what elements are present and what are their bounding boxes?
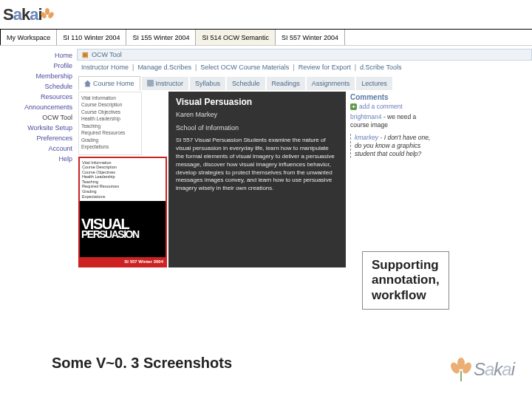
tool-subnav: Instructor Home| Manage d.Scribes| Selec… [77,61,532,74]
li-vital[interactable]: Vital Information [81,95,139,101]
annotation-callout: Supporting annotation, workflow [362,251,449,310]
li-grade[interactable]: Grading [81,137,139,143]
subnav-review-export[interactable]: Review for Export [299,64,351,71]
comment-user[interactable]: kmarkey [355,134,378,141]
tab-si-110[interactable]: SI 110 Winter 2004 [57,30,126,45]
footer-logo: Sakai [451,358,514,381]
nav-profile[interactable]: Profile [0,61,72,71]
comments-heading: Comments [350,93,433,101]
nav-resources[interactable]: Resources [0,92,72,102]
add-comment-link[interactable]: + add a comment [350,103,433,110]
tab-si-155[interactable]: SI 155 Winter 2004 [126,30,196,45]
nav-membership[interactable]: Membership [0,71,72,81]
cover-list: Vital Information Course Description Cou… [80,158,166,202]
left-column: Vital Information Course Description Cou… [78,92,167,267]
subnav-manage-dscribes[interactable]: Manage d.Scribes [137,64,191,71]
comments-panel: Comments + add a comment brightman4 - we… [347,92,436,267]
course-instructor: Karen Markey [176,110,338,119]
nav-preferences[interactable]: Preferences [0,133,72,143]
course-body: Vital Information Course Description Cou… [77,92,532,267]
tab-si-514[interactable]: SI 514 OCW Semantic [196,30,276,45]
ctab-assignments[interactable]: Assignments [307,77,355,90]
flower-icon [451,358,471,381]
home-icon [84,81,91,87]
tool-title-bar: ▣ OCW Tool [77,49,532,61]
footer-brand-text: Sakai [474,359,514,380]
nav-account[interactable]: Account [0,143,72,154]
nav-worksite-setup[interactable]: Worksite Setup [0,123,72,133]
tool-title: OCW Tool [92,51,122,58]
tool-icon: ▣ [82,51,89,58]
content-column: ▣ OCW Tool Instructor Home| Manage d.Scr… [77,46,532,267]
app-screenshot: Sakai My Workspace SI 110 Winter 2004 SI… [0,0,532,267]
li-teach[interactable]: Teaching [81,123,139,129]
cover-strip: SI 557 Winter 2004 [80,257,166,266]
comment-item-reply: kmarkey - I don't have one, do you know … [350,134,433,158]
brand-logo: Sakai [3,5,42,24]
ctab-schedule[interactable]: Schedule [227,77,265,90]
workspace-tabs: My Workspace SI 110 Winter 2004 SI 155 W… [0,30,532,46]
course-cover-image: Vital Information Course Description Cou… [78,157,167,267]
nav-announcements[interactable]: Announcements [0,102,72,112]
doc-icon [147,80,154,86]
course-tabs: Course Home Instructor Syllabus Schedule… [77,74,532,92]
ctab-instructor[interactable]: Instructor [142,77,189,90]
subnav-dscribe-tools[interactable]: d.Scribe Tools [360,64,401,71]
ctab-course-home[interactable]: Course Home [78,76,140,90]
ctab-syllabus[interactable]: Syllabus [190,77,225,90]
course-title: Visual Persuasion [176,96,338,108]
plus-icon: + [350,103,357,110]
comment-user[interactable]: brightman4 [350,113,382,120]
flower-icon [42,10,52,20]
slide-caption: Some V~0. 3 Screenshots [52,355,232,372]
course-description: SI 557 Visual Persuasion Students examin… [176,137,338,193]
li-obj[interactable]: Course Objectives [81,109,139,115]
nav-home[interactable]: Home [0,50,72,61]
comment-item: brightman4 - we need a course image [350,113,433,129]
li-expect[interactable]: Expectations [81,144,139,150]
nav-schedule[interactable]: Schedule [0,81,72,92]
li-desc[interactable]: Course Description [81,102,139,108]
cover-title: VISUAL PERSUASION [80,201,166,256]
course-description-panel: Visual Persuasion Karen Markey School of… [168,92,346,267]
tab-si-557[interactable]: SI 557 Winter 2004 [276,30,345,45]
li-req[interactable]: Required Resources [81,130,139,136]
course-school: School of Information [176,123,338,132]
nav-help[interactable]: Help [0,154,72,164]
left-info-list: Vital Information Course Description Cou… [78,92,142,155]
side-navigation: Home Profile Membership Schedule Resourc… [0,46,77,267]
tab-my-workspace[interactable]: My Workspace [0,30,57,45]
ctab-readings[interactable]: Readings [267,77,305,90]
main-area: Home Profile Membership Schedule Resourc… [0,46,532,267]
subnav-instructor-home[interactable]: Instructor Home [81,64,129,71]
subnav-select-ocw[interactable]: Select OCW Course Materials [200,64,289,71]
li-health[interactable]: Health Leadership [81,116,139,122]
ctab-lectures[interactable]: Lectures [356,77,392,90]
brand-bar: Sakai [0,0,532,30]
nav-ocw-tool[interactable]: OCW Tool [0,112,72,123]
